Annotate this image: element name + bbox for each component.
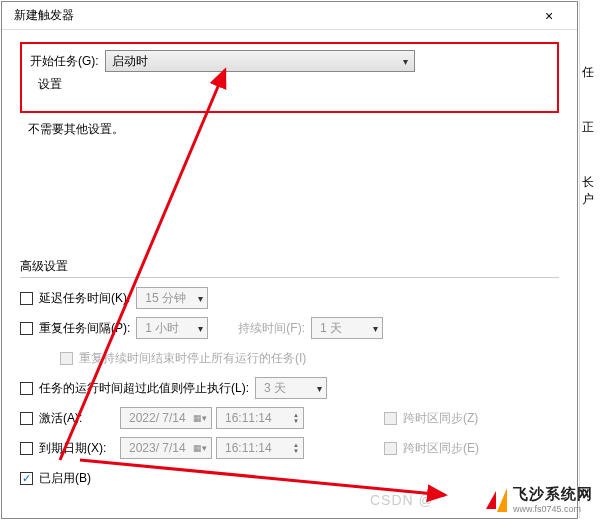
side-item: 正 bbox=[580, 115, 603, 140]
info-text: 不需要其他设置。 bbox=[28, 121, 559, 138]
activate-time[interactable]: 16:11:14 ▲▼ bbox=[216, 407, 304, 429]
expire-date[interactable]: 2023/ 7/14 ▦▾ bbox=[120, 437, 212, 459]
titlebar: 新建触发器 × bbox=[2, 2, 577, 30]
enabled-checkbox[interactable] bbox=[20, 472, 33, 485]
delay-checkbox[interactable] bbox=[20, 292, 33, 305]
calendar-icon: ▦▾ bbox=[193, 413, 207, 423]
delay-combo[interactable]: 15 分钟 ▾ bbox=[136, 287, 208, 309]
right-panel: 任 正 长户 bbox=[579, 0, 603, 518]
expire-label: 到期日期(X): bbox=[39, 440, 114, 457]
spinner-icon: ▲▼ bbox=[293, 442, 299, 454]
tz-sync1-checkbox bbox=[384, 412, 397, 425]
duration-combo[interactable]: 1 天 ▾ bbox=[311, 317, 383, 339]
tz-sync2-label: 跨时区同步(E) bbox=[403, 440, 479, 457]
stop-after-combo[interactable]: 3 天 ▾ bbox=[255, 377, 327, 399]
expire-time[interactable]: 16:11:14 ▲▼ bbox=[216, 437, 304, 459]
stop-after-checkbox[interactable] bbox=[20, 382, 33, 395]
csdn-watermark: CSDN @ bbox=[370, 492, 434, 508]
brand-url: www.fs0745.com bbox=[513, 504, 581, 514]
chevron-down-icon: ▾ bbox=[198, 323, 203, 334]
close-icon: × bbox=[545, 8, 553, 24]
trigger-dialog: 新建触发器 × 开始任务(G): 启动时 ▾ 设置 不需要其他设置。 高级设置 … bbox=[1, 1, 578, 519]
enabled-label: 已启用(B) bbox=[39, 470, 91, 487]
delay-label: 延迟任务时间(K): bbox=[39, 290, 130, 307]
repeat-combo[interactable]: 1 小时 ▾ bbox=[136, 317, 208, 339]
spinner-icon: ▲▼ bbox=[293, 412, 299, 424]
dialog-content: 开始任务(G): 启动时 ▾ 设置 不需要其他设置。 高级设置 延迟任务时间(K… bbox=[2, 30, 577, 508]
chevron-down-icon: ▾ bbox=[403, 56, 408, 67]
window-title: 新建触发器 bbox=[10, 7, 74, 24]
repeat-label: 重复任务间隔(P): bbox=[39, 320, 130, 337]
begin-task-label: 开始任务(G): bbox=[30, 53, 105, 70]
brand-name: 飞沙系统网 bbox=[513, 485, 593, 504]
activate-checkbox[interactable] bbox=[20, 412, 33, 425]
tz-sync1-label: 跨时区同步(Z) bbox=[403, 410, 478, 427]
close-button[interactable]: × bbox=[529, 2, 569, 30]
begin-task-dropdown[interactable]: 启动时 ▾ bbox=[105, 50, 415, 72]
chevron-down-icon: ▾ bbox=[198, 293, 203, 304]
expire-checkbox[interactable] bbox=[20, 442, 33, 455]
stop-after-label: 任务的运行时间超过此值则停止执行(L): bbox=[39, 380, 249, 397]
stop-all-label: 重复持续时间结束时停止所有运行的任务(I) bbox=[79, 350, 306, 367]
tz-sync2-checkbox bbox=[384, 442, 397, 455]
activate-date[interactable]: 2022/ 7/14 ▦▾ bbox=[120, 407, 212, 429]
stop-all-checkbox bbox=[60, 352, 73, 365]
highlight-box-top: 开始任务(G): 启动时 ▾ 设置 bbox=[20, 42, 559, 113]
duration-label: 持续时间(F): bbox=[238, 320, 305, 337]
brand-watermark: 飞沙系统网 www.fs0745.com bbox=[486, 485, 593, 514]
side-item: 长户 bbox=[580, 170, 603, 212]
advanced-section-title: 高级设置 bbox=[20, 258, 559, 278]
brand-logo-icon bbox=[486, 488, 507, 512]
settings-section-label: 设置 bbox=[38, 76, 549, 93]
begin-task-value: 启动时 bbox=[112, 53, 148, 70]
chevron-down-icon: ▾ bbox=[317, 383, 322, 394]
activate-label: 激活(A): bbox=[39, 410, 114, 427]
side-item: 任 bbox=[580, 60, 603, 85]
chevron-down-icon: ▾ bbox=[373, 323, 378, 334]
calendar-icon: ▦▾ bbox=[193, 443, 207, 453]
repeat-checkbox[interactable] bbox=[20, 322, 33, 335]
